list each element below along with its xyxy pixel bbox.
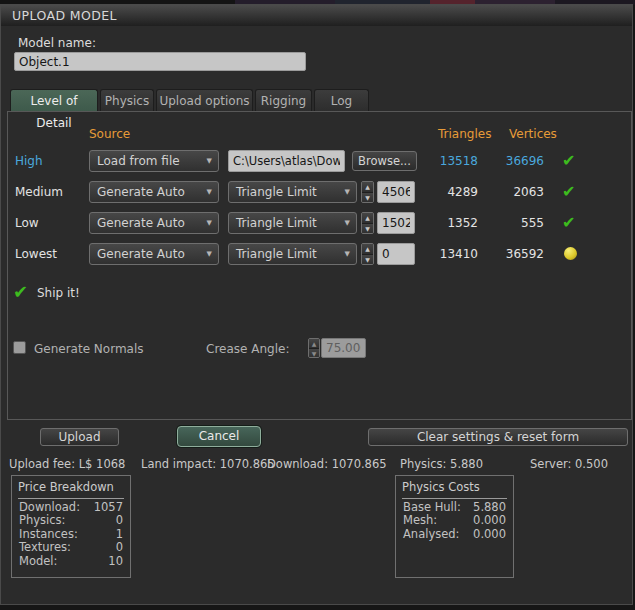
spinner-down-icon[interactable]: ▼ (362, 193, 373, 203)
price-row-instances: Instances: 1 (12, 528, 130, 541)
model-name-input[interactable] (14, 52, 306, 71)
price-row-value: 0 (116, 514, 123, 527)
vertices-column-header: Vertices (509, 127, 557, 141)
price-row-value: 10 (108, 555, 123, 568)
model-name-label: Model name: (18, 36, 96, 50)
physics-row-value: 0.000 (473, 514, 506, 527)
price-row-physics: Physics: 0 (12, 514, 130, 527)
price-row-label: Instances: (19, 528, 78, 541)
price-row-value: 0 (116, 541, 123, 554)
lowest-vertices-value: 36592 (479, 247, 544, 261)
price-breakdown-title: Price Breakdown (18, 480, 124, 499)
window-titlebar[interactable]: UPLOAD MODEL (1, 5, 632, 26)
price-row-label: Textures: (19, 541, 71, 554)
crease-angle-input (321, 338, 366, 358)
spinner-down-icon[interactable]: ▼ (309, 349, 319, 358)
high-source-dropdown[interactable]: Load from file ▼ (89, 150, 219, 172)
spinner-down-icon[interactable]: ▼ (362, 224, 373, 234)
spinner-up-icon[interactable]: ▲ (362, 182, 373, 193)
low-triangles-value: 1352 (413, 216, 478, 230)
chevron-down-icon: ▼ (345, 182, 350, 202)
physics-stat: Physics: 5.880 (400, 457, 483, 471)
price-row-model: Model: 10 (12, 555, 130, 568)
physics-row-label: Analysed: (403, 528, 459, 541)
tab-log[interactable]: Log (314, 89, 369, 111)
low-limit-spinner[interactable]: ▲ ▼ (361, 212, 374, 234)
generate-normals-checkbox[interactable] (13, 341, 26, 354)
lod-low-label: Low (15, 216, 39, 230)
clear-settings-button[interactable]: Clear settings & reset form (368, 428, 628, 446)
chevron-down-icon: ▼ (207, 213, 212, 233)
physics-row-analysed: Analysed: 0.000 (396, 528, 513, 541)
medium-source-dropdown[interactable]: Generate Auto ▼ (89, 181, 219, 203)
medium-vertices-value: 2063 (479, 185, 544, 199)
high-status-check-icon: ✔ (562, 151, 575, 170)
low-limit-mode-dropdown[interactable]: Triangle Limit ▼ (228, 212, 357, 234)
lowest-source-dropdown-value: Generate Auto (97, 247, 185, 261)
window-title: UPLOAD MODEL (12, 8, 117, 23)
tab-rigging[interactable]: Rigging (255, 89, 312, 111)
ship-it-check-icon: ✔ (13, 281, 28, 302)
spinner-up-icon[interactable]: ▲ (362, 213, 373, 224)
high-file-path-input[interactable] (228, 150, 345, 172)
price-row-label: Download: (19, 501, 80, 514)
lowest-limit-mode-value: Triangle Limit (236, 247, 317, 261)
chevron-down-icon: ▼ (345, 213, 350, 233)
lowest-source-dropdown[interactable]: Generate Auto ▼ (89, 243, 219, 265)
medium-limit-input[interactable] (377, 181, 415, 203)
low-limit-input[interactable] (377, 212, 415, 234)
crease-angle-label: Crease Angle: (206, 342, 289, 356)
tab-upload-options[interactable]: Upload options (156, 89, 253, 111)
lowest-status-warning-icon (564, 247, 577, 260)
download-stat: Download: 1070.865 (267, 457, 387, 471)
physics-row-value: 0.000 (473, 528, 506, 541)
price-row-download: Download: 1057 (12, 501, 130, 514)
crease-angle-spinner[interactable]: ▲ ▼ (308, 338, 320, 358)
browse-button[interactable]: Browse... (352, 151, 417, 171)
physics-row-label: Mesh: (403, 514, 437, 527)
low-status-check-icon: ✔ (562, 213, 575, 232)
cancel-button[interactable]: Cancel (177, 426, 261, 447)
low-vertices-value: 555 (479, 216, 544, 230)
lod-high-label: High (15, 154, 43, 168)
medium-triangles-value: 4289 (413, 185, 478, 199)
server-stat: Server: 0.500 (530, 457, 608, 471)
physics-costs-title: Physics Costs (402, 480, 507, 499)
price-breakdown-box: Price Breakdown Download: 1057 Physics: … (11, 475, 131, 578)
physics-row-base-hull: Base Hull: 5.880 (396, 501, 513, 514)
tab-physics[interactable]: Physics (100, 89, 154, 111)
physics-costs-box: Physics Costs Base Hull: 5.880 Mesh: 0.0… (395, 475, 514, 578)
spinner-up-icon[interactable]: ▲ (362, 244, 373, 255)
ship-it-label: Ship it! (37, 286, 80, 300)
price-row-textures: Textures: 0 (12, 541, 130, 554)
spinner-up-icon[interactable]: ▲ (309, 339, 319, 349)
chevron-down-icon: ▼ (207, 182, 212, 202)
lowest-limit-mode-dropdown[interactable]: Triangle Limit ▼ (228, 243, 357, 265)
physics-row-mesh: Mesh: 0.000 (396, 514, 513, 527)
lod-medium-label: Medium (15, 185, 63, 199)
land-impact-stat: Land impact: 1070.865 (141, 457, 275, 471)
price-row-value: 1057 (94, 501, 123, 514)
physics-row-value: 5.880 (473, 501, 506, 514)
spinner-down-icon[interactable]: ▼ (362, 255, 373, 265)
upload-button[interactable]: Upload (40, 428, 119, 446)
high-triangles-value: 13518 (413, 154, 478, 168)
chevron-down-icon: ▼ (345, 244, 350, 264)
lowest-limit-spinner[interactable]: ▲ ▼ (361, 243, 374, 265)
low-source-dropdown-value: Generate Auto (97, 216, 185, 230)
medium-limit-mode-value: Triangle Limit (236, 185, 317, 199)
price-row-value: 1 (116, 528, 123, 541)
medium-limit-mode-dropdown[interactable]: Triangle Limit ▼ (228, 181, 357, 203)
lod-lowest-label: Lowest (15, 247, 57, 261)
tab-level-of-detail[interactable]: Level of Detail (10, 89, 98, 111)
chevron-down-icon: ▼ (207, 151, 212, 171)
upload-model-window: UPLOAD MODEL Model name: Level of Detail… (0, 4, 633, 605)
high-source-dropdown-value: Load from file (97, 154, 180, 168)
lowest-limit-input[interactable] (377, 243, 415, 265)
low-source-dropdown[interactable]: Generate Auto ▼ (89, 212, 219, 234)
triangles-column-header: Triangles (438, 127, 491, 141)
medium-limit-spinner[interactable]: ▲ ▼ (361, 181, 374, 203)
medium-source-dropdown-value: Generate Auto (97, 185, 185, 199)
high-vertices-value: 36696 (479, 154, 544, 168)
medium-status-check-icon: ✔ (562, 182, 575, 201)
